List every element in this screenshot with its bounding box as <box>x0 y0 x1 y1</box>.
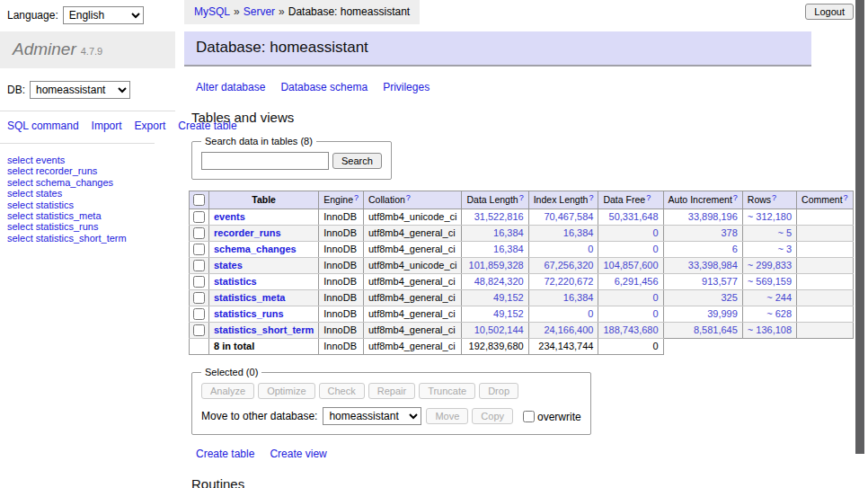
index-length-cell[interactable]: 16,384 <box>528 226 598 242</box>
index-length-cell[interactable]: 0 <box>528 242 598 258</box>
sidebar-table-link-select-schema-changes[interactable]: select schema_changes <box>7 177 168 188</box>
truncate-button[interactable]: Truncate <box>419 383 475 399</box>
auto-increment-cell[interactable]: 33,398,984 <box>663 258 742 274</box>
data-length-cell[interactable]: 31,522,816 <box>462 209 528 226</box>
data-free-cell[interactable]: 188,743,680 <box>598 323 663 339</box>
data-length-cell[interactable]: 10,502,144 <box>462 323 528 339</box>
scrollbar-thumb[interactable] <box>855 0 864 454</box>
row-checkbox[interactable] <box>193 227 205 239</box>
breadcrumb-link-mysql[interactable]: MySQL <box>194 5 230 18</box>
index-length-cell[interactable]: 70,467,584 <box>528 209 598 226</box>
index-length-cell[interactable]: 16,384 <box>528 290 598 306</box>
sidebar-link-export[interactable]: Export <box>135 120 166 132</box>
row-checkbox[interactable] <box>193 276 205 288</box>
hint-link[interactable]: ? <box>519 193 524 202</box>
data-length-cell[interactable]: 16,384 <box>462 242 528 258</box>
move-db-select[interactable]: homeassistant <box>323 407 421 425</box>
rows-cell[interactable]: ~ 3 <box>742 242 796 258</box>
data-free-cell[interactable]: 0 <box>598 242 663 258</box>
db-action-link-privileges[interactable]: Privileges <box>383 81 430 93</box>
data-free-cell[interactable]: 50,331,648 <box>598 209 663 226</box>
auto-increment-cell[interactable]: 8,581,645 <box>663 323 742 339</box>
data-free-cell[interactable]: 0 <box>598 306 663 323</box>
data-length-cell[interactable]: 16,384 <box>462 226 528 242</box>
collation-cell: utf8mb4_general_ci <box>364 226 462 242</box>
drop-button[interactable]: Drop <box>479 383 518 399</box>
row-checkbox[interactable] <box>193 211 205 223</box>
sidebar-table-link-select-statistics[interactable]: select statistics <box>7 200 168 210</box>
data-length-cell[interactable]: 49,152 <box>462 306 528 323</box>
search-input[interactable] <box>201 152 329 170</box>
rows-cell[interactable]: ~ 136,108 <box>742 323 796 339</box>
hint-link[interactable]: ? <box>406 193 411 202</box>
row-checkbox[interactable] <box>193 244 205 255</box>
auto-increment-cell[interactable]: 6 <box>663 242 742 258</box>
data-length-cell[interactable]: 49,152 <box>462 290 528 306</box>
table-name-link[interactable]: statistics_meta <box>214 292 286 303</box>
data-length-cell[interactable]: 101,859,328 <box>462 258 528 274</box>
hint-link[interactable]: ? <box>646 193 651 202</box>
language-select[interactable]: English <box>63 6 144 24</box>
index-length-cell[interactable]: 24,166,400 <box>528 323 598 339</box>
create-link-create-table[interactable]: Create table <box>196 448 254 460</box>
sidebar-table-link-select-states[interactable]: select states <box>7 188 168 199</box>
rows-cell[interactable]: ~ 312,180 <box>742 209 796 226</box>
table-name-link[interactable]: statistics_short_term <box>214 324 314 335</box>
sidebar-link-import[interactable]: Import <box>92 120 122 132</box>
rows-cell[interactable]: ~ 628 <box>742 306 796 323</box>
hint-link[interactable]: ? <box>772 193 776 202</box>
table-name-link[interactable]: states <box>214 260 243 271</box>
table-name-link[interactable]: schema_changes <box>214 244 297 254</box>
hint-link[interactable]: ? <box>354 193 359 202</box>
logout-button[interactable]: Logout <box>805 4 854 20</box>
sidebar-table-link-select-statistics-runs[interactable]: select statistics_runs <box>7 221 168 232</box>
auto-increment-cell[interactable]: 913,577 <box>663 274 742 290</box>
sidebar-table-link-select-statistics-short-term[interactable]: select statistics_short_term <box>7 233 168 244</box>
copy-button[interactable]: Copy <box>472 408 513 424</box>
rows-cell[interactable]: ~ 5 <box>742 226 796 242</box>
overwrite-checkbox[interactable] <box>523 411 535 422</box>
row-checkbox[interactable] <box>193 324 205 336</box>
table-name-link[interactable]: recorder_runs <box>214 227 281 238</box>
sidebar-link-sql-command[interactable]: SQL command <box>7 120 79 132</box>
optimize-button[interactable]: Optimize <box>258 383 314 399</box>
index-length-cell[interactable]: 0 <box>528 306 598 323</box>
data-free-cell[interactable]: 6,291,456 <box>598 274 663 290</box>
check-button[interactable]: Check <box>319 383 365 399</box>
data-length-cell[interactable]: 48,824,320 <box>462 274 528 290</box>
move-button[interactable]: Move <box>426 408 468 424</box>
hint-link[interactable]: ? <box>733 193 738 202</box>
data-free-cell[interactable]: 0 <box>598 290 663 306</box>
sidebar-table-link-select-statistics-meta[interactable]: select statistics_meta <box>7 210 168 221</box>
rows-cell[interactable]: ~ 569,159 <box>742 274 796 290</box>
index-length-cell[interactable]: 67,256,320 <box>528 258 598 274</box>
db-action-link-alter-database[interactable]: Alter database <box>196 81 265 93</box>
breadcrumb-link-server[interactable]: Server <box>244 5 275 18</box>
table-name-link[interactable]: statistics_runs <box>214 308 284 319</box>
analyze-button[interactable]: Analyze <box>201 383 254 399</box>
select-all-checkbox[interactable] <box>193 194 205 206</box>
repair-button[interactable]: Repair <box>368 383 415 399</box>
index-length-cell[interactable]: 72,220,672 <box>528 274 598 290</box>
data-free-cell[interactable]: 0 <box>598 226 663 242</box>
sidebar-table-link-select-events[interactable]: select events <box>7 155 168 165</box>
auto-increment-cell[interactable]: 325 <box>663 290 742 306</box>
data-free-cell[interactable]: 104,857,600 <box>598 258 663 274</box>
auto-increment-cell[interactable]: 33,898,196 <box>663 209 742 226</box>
row-checkbox[interactable] <box>193 260 205 271</box>
search-button[interactable]: Search <box>332 153 382 169</box>
table-name-link[interactable]: statistics <box>214 276 257 287</box>
db-action-link-database-schema[interactable]: Database schema <box>280 81 368 93</box>
auto-increment-cell[interactable]: 39,999 <box>663 306 742 323</box>
auto-increment-cell[interactable]: 378 <box>663 226 742 242</box>
table-name-link[interactable]: events <box>214 211 245 222</box>
rows-cell[interactable]: ~ 299,833 <box>742 258 796 274</box>
create-link-create-view[interactable]: Create view <box>270 448 326 460</box>
row-checkbox[interactable] <box>193 308 205 320</box>
hint-link[interactable]: ? <box>589 193 593 202</box>
hint-link[interactable]: ? <box>844 193 848 202</box>
sidebar-table-link-select-recorder-runs[interactable]: select recorder_runs <box>7 165 168 176</box>
rows-cell[interactable]: ~ 244 <box>742 290 796 306</box>
row-checkbox[interactable] <box>193 292 205 304</box>
db-select[interactable]: homeassistant <box>30 81 130 99</box>
